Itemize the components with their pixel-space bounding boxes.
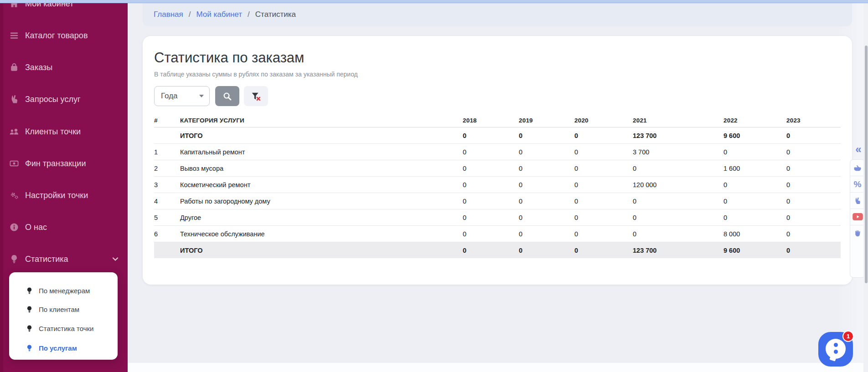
bulb-icon xyxy=(9,254,19,264)
value-cell: 8 000 xyxy=(723,226,786,242)
total-value-cell: 0 xyxy=(574,127,633,144)
sidebar-item-orders[interactable]: Заказы xyxy=(9,61,119,74)
rail-item-percent[interactable]: % xyxy=(850,176,865,193)
banknote-icon xyxy=(9,158,19,168)
value-cell: 0 xyxy=(574,144,633,160)
hand-victory-icon xyxy=(853,197,862,205)
browser-top-strip xyxy=(0,0,868,3)
sidebar-item-about[interactable]: О нас xyxy=(9,221,119,234)
value-cell: 0 xyxy=(786,144,841,160)
sidebar-item-service-requests[interactable]: Запросы услуг xyxy=(9,93,119,106)
page-scrollbar-thumb[interactable] xyxy=(865,46,868,283)
users-icon xyxy=(9,127,19,137)
value-cell: 0 xyxy=(574,209,633,226)
total-value-cell: 9 600 xyxy=(723,242,786,259)
table-column-header: 2018 xyxy=(463,113,519,127)
value-cell: 0 xyxy=(786,177,841,193)
period-select[interactable]: Года xyxy=(154,86,210,106)
sidebar-item-point-settings[interactable]: Настройки точки xyxy=(9,189,119,202)
chat-widget-button[interactable]: 1 xyxy=(818,332,853,367)
table-row: 5Другое000000 xyxy=(154,209,841,226)
sidebar-item-label: Заказы xyxy=(25,63,52,72)
list-icon xyxy=(9,31,19,41)
category-cell: Капитальный ремонт xyxy=(180,144,463,160)
table-column-header: 2021 xyxy=(633,113,723,127)
value-cell: 0 xyxy=(574,160,633,177)
bag-icon xyxy=(9,62,19,72)
value-cell: 0 xyxy=(463,177,519,193)
clear-filter-button[interactable] xyxy=(244,86,268,106)
submenu-item-by-managers[interactable]: По менеджерам xyxy=(26,285,90,296)
search-icon xyxy=(222,92,232,101)
total-value-cell: 0 xyxy=(463,127,519,144)
hand-point-icon xyxy=(853,164,862,172)
hand-palm-icon xyxy=(853,229,862,238)
rail-item-video[interactable] xyxy=(850,209,865,225)
value-cell: 0 xyxy=(786,193,841,209)
submenu-item-by-services[interactable]: По услугам xyxy=(26,342,77,353)
breadcrumb-link[interactable]: Мой кабинет xyxy=(196,10,242,19)
value-cell: 0 xyxy=(723,193,786,209)
hand-victory-icon xyxy=(9,94,19,104)
row-number-cell: 1 xyxy=(154,144,180,160)
submenu-item-by-clients[interactable]: По клиентам xyxy=(26,304,79,315)
filter-row: Года xyxy=(154,86,841,106)
row-number-cell: 5 xyxy=(154,209,180,226)
category-cell: Работы по загородному дому xyxy=(180,193,463,209)
value-cell: 0 xyxy=(519,209,574,226)
bulb-icon xyxy=(26,344,33,352)
value-cell: 0 xyxy=(633,193,723,209)
table-column-header: КАТЕГОРИЯ УСЛУГИ xyxy=(180,113,463,127)
play-icon xyxy=(852,213,863,221)
statistics-table: #КАТЕГОРИЯ УСЛУГИ20182019202020212022202… xyxy=(154,113,841,258)
value-cell: 0 xyxy=(519,144,574,160)
sidebar-item-label: Статистика xyxy=(25,255,68,264)
value-cell: 0 xyxy=(723,144,786,160)
value-cell: 0 xyxy=(633,226,723,242)
value-cell: 0 xyxy=(786,209,841,226)
sidebar-item-point-clients[interactable]: Клиенты точки xyxy=(9,125,119,138)
table-total-row: ИТОГО000123 7009 6000 xyxy=(154,127,841,144)
value-cell: 1 600 xyxy=(723,160,786,177)
total-row-label: ИТОГО xyxy=(180,242,463,259)
category-cell: Косметический ремонт xyxy=(180,177,463,193)
table-column-header: 2020 xyxy=(574,113,633,127)
total-value-cell: 0 xyxy=(574,242,633,259)
sidebar-item-label: Клиенты точки xyxy=(25,127,81,137)
value-cell: 0 xyxy=(463,144,519,160)
total-value-cell: 0 xyxy=(786,242,841,259)
total-row-label: ИТОГО xyxy=(180,127,463,144)
category-cell: Вывоз мусора xyxy=(180,160,463,177)
table-row: 2Вывоз мусора00001 6000 xyxy=(154,160,841,177)
clear-filter-icon xyxy=(251,91,261,102)
submenu-item-label: Статистика точки xyxy=(39,325,93,332)
table-row: 4Работы по загородному дому000000 xyxy=(154,193,841,209)
breadcrumb-separator: / xyxy=(189,10,191,19)
value-cell: 0 xyxy=(574,226,633,242)
table-column-header: 2023 xyxy=(786,113,841,127)
sidebar: Мой кабинетКаталог товаровЗаказыЗапросы … xyxy=(0,3,128,372)
submenu-item-point-statistics[interactable]: Статистика точки xyxy=(26,323,93,334)
sidebar-item-catalog[interactable]: Каталог товаров xyxy=(9,29,119,42)
value-cell: 0 xyxy=(633,160,723,177)
total-row-num-cell xyxy=(154,127,180,144)
search-button[interactable] xyxy=(215,86,239,106)
rail-item-victory[interactable] xyxy=(850,193,865,209)
value-cell: 0 xyxy=(463,193,519,209)
submenu-item-label: По клиентам xyxy=(39,306,79,313)
rail-item-palm[interactable] xyxy=(850,225,865,277)
period-select-value: Года xyxy=(161,92,199,101)
notification-badge: 1 xyxy=(842,331,854,342)
value-cell: 0 xyxy=(519,160,574,177)
value-cell: 0 xyxy=(633,209,723,226)
sidebar-item-statistics[interactable]: Статистика xyxy=(9,253,119,265)
sidebar-item-fin-transactions[interactable]: Фин транзакции xyxy=(9,157,119,170)
rail-item-point[interactable] xyxy=(850,160,865,176)
table-total-row: ИТОГО000123 7009 6000 xyxy=(154,242,841,259)
value-cell: 0 xyxy=(574,177,633,193)
total-value-cell: 123 700 xyxy=(633,127,723,144)
reaction-rail: % xyxy=(850,159,865,278)
sidebar-nav: Мой кабинетКаталог товаровЗаказыЗапросы … xyxy=(0,3,128,372)
breadcrumb-link[interactable]: Главная xyxy=(154,10,183,19)
gears-icon xyxy=(9,190,19,200)
